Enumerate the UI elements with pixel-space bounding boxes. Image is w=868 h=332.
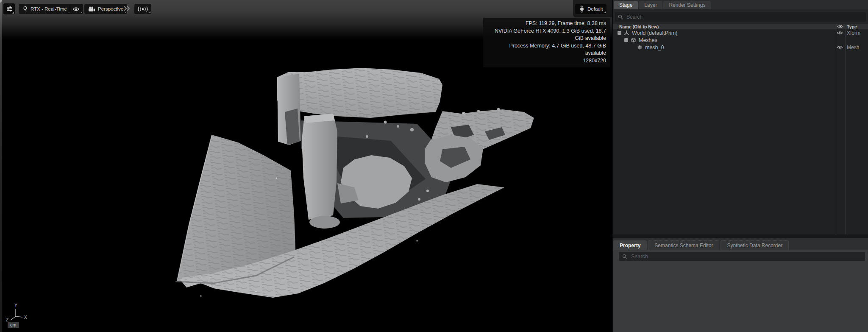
tab-layer[interactable]: Layer	[639, 1, 662, 9]
camera-label: Perspective	[98, 6, 123, 11]
stage-tree-header: Name (Old to New) Type	[613, 24, 868, 29]
tab-synthetic-data-recorder[interactable]: Synthetic Data Recorder	[721, 240, 789, 250]
axis-gizmo: Y X Z	[5, 303, 30, 322]
omniverse-window: RTX - Real-Time Perspective	[0, 0, 868, 332]
xform-axis-icon	[624, 30, 629, 36]
viewport-menu-button[interactable]	[3, 3, 15, 14]
search-icon	[622, 254, 627, 259]
stage-row-mesh-0[interactable]: mesh_0 Mesh	[613, 44, 868, 51]
prim-type: Mesh	[847, 45, 859, 50]
property-panel: Property Semantics Schema Editor Synthet…	[613, 238, 868, 332]
axis-y-label: Y	[14, 303, 17, 308]
stats-fps: FPS: 119.29, Frame time: 8.38 ms	[487, 20, 606, 28]
stage-row-world[interactable]: World (defaultPrim) Xform	[613, 29, 868, 36]
property-tabbar: Property Semantics Schema Editor Synthet…	[613, 238, 868, 250]
collapse-expander-icon[interactable]	[618, 31, 621, 35]
viewport-3d[interactable]: RTX - Real-Time Perspective	[2, 0, 612, 332]
renderer-selector-button[interactable]: RTX - Real-Time	[19, 4, 71, 14]
waypoint-capture-icon	[138, 6, 148, 12]
property-search-row	[613, 250, 868, 261]
light-rig-icon	[579, 6, 585, 13]
scope-cube-icon	[631, 37, 636, 43]
stage-searchbox[interactable]	[615, 12, 866, 22]
tab-semantics-schema-editor[interactable]: Semantics Schema Editor	[648, 240, 719, 250]
sliders-icon	[6, 6, 13, 12]
camera-icon	[88, 6, 95, 12]
lighting-rig-button[interactable]: Default	[575, 4, 606, 14]
stats-resolution: 1280x720	[487, 57, 606, 65]
column-divider	[836, 24, 836, 234]
property-search-input[interactable]	[630, 253, 862, 260]
render-stats: FPS: 119.29, Frame time: 8.38 ms NVIDIA …	[483, 18, 610, 67]
prim-type: Xform	[847, 30, 860, 36]
stage-panel: Stage Layer Render Settings Name (Old t	[613, 0, 868, 234]
visibility-column-icon	[837, 25, 843, 28]
stats-memory: Process Memory: 4.7 GiB used, 48.7 GiB a…	[487, 42, 606, 57]
prim-name: Meshes	[639, 37, 657, 43]
stats-gpu: NVIDIA GeForce RTX 4090: 1.3 GiB used, 1…	[487, 28, 606, 42]
search-icon	[618, 14, 623, 20]
prim-name: World (defaultPrim)	[632, 30, 677, 36]
stage-search-input[interactable]	[626, 14, 863, 20]
units-badge: cm	[8, 322, 19, 328]
camera-selector-button[interactable]: Perspective	[84, 4, 127, 14]
chevrons-right-icon[interactable]	[123, 6, 130, 11]
tab-render-settings[interactable]: Render Settings	[663, 1, 711, 9]
collapse-expander-icon[interactable]	[624, 38, 628, 42]
waypoint-capture-button[interactable]	[134, 4, 151, 14]
viewport-visibility-button[interactable]	[69, 4, 83, 14]
lightbulb-icon	[22, 6, 28, 12]
name-column-header: Name (Old to New)	[619, 24, 659, 29]
property-searchbox[interactable]	[619, 252, 865, 261]
tab-stage[interactable]: Stage	[614, 1, 638, 9]
visibility-eye-icon[interactable]	[837, 45, 843, 49]
axis-x-label: X	[24, 315, 27, 320]
stage-tree: Name (Old to New) Type	[613, 24, 868, 234]
tab-property[interactable]: Property	[613, 240, 647, 250]
renderer-label: RTX - Real-Time	[31, 6, 67, 11]
prim-name: mesh_0	[645, 45, 664, 50]
panel-splitter[interactable]	[613, 234, 868, 238]
visibility-eye-icon[interactable]	[837, 31, 843, 35]
eye-icon	[72, 7, 80, 11]
column-divider	[845, 24, 846, 234]
stage-row-meshes[interactable]: Meshes	[613, 36, 868, 44]
lighting-label: Default	[587, 6, 603, 11]
mesh-cube-icon	[637, 45, 643, 50]
right-dock: Stage Layer Render Settings Name (Old t	[612, 0, 868, 332]
stage-search-row	[613, 9, 868, 24]
stage-tabbar: Stage Layer Render Settings	[613, 0, 868, 9]
type-column-header: Type	[847, 24, 857, 29]
